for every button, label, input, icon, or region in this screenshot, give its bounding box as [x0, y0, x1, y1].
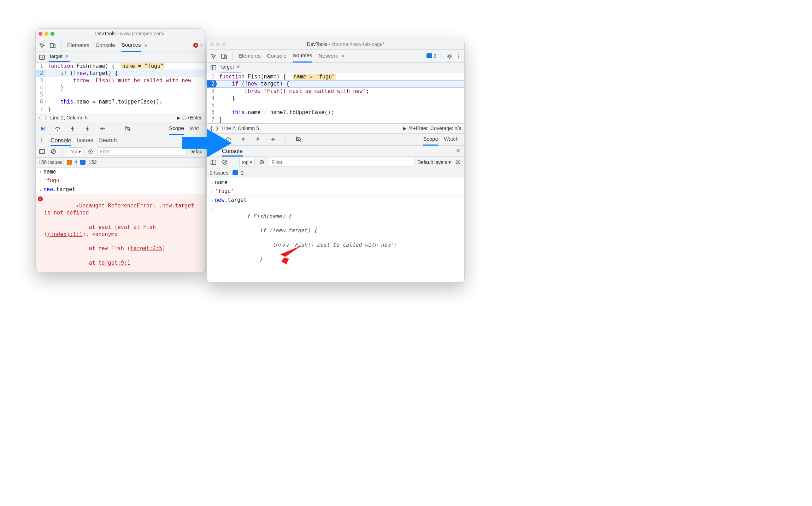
minimize-window-icon[interactable]: [216, 42, 220, 46]
tab-sources[interactable]: Sources: [293, 50, 312, 63]
svg-point-4: [57, 130, 58, 131]
svg-point-7: [104, 128, 105, 129]
more-tabs-icon[interactable]: »: [340, 51, 346, 61]
pane-tab-watch[interactable]: Watch: [444, 133, 459, 146]
navigator-toggle-icon[interactable]: [209, 64, 218, 72]
tab-elements[interactable]: Elements: [67, 39, 89, 52]
close-tab-icon[interactable]: ✕: [236, 64, 240, 70]
main-toolbar: Elements Console Sources Network » 2 ⋮: [207, 50, 464, 63]
messages-badge[interactable]: 2: [426, 53, 436, 59]
live-expression-icon[interactable]: [258, 158, 266, 166]
window-title: DevTools - chrome://new-tab-page/: [229, 41, 461, 48]
step-out-icon[interactable]: [254, 135, 262, 143]
error-badge[interactable]: ✕1: [193, 42, 202, 49]
svg-point-14: [448, 55, 451, 57]
close-tab-icon[interactable]: ✕: [65, 53, 69, 60]
tab-network[interactable]: Network: [319, 50, 338, 63]
tab-console[interactable]: Console: [96, 39, 115, 52]
file-tab-target[interactable]: target ✕: [49, 52, 70, 62]
svg-rect-3: [45, 126, 45, 131]
error-icon: ✕: [38, 196, 43, 201]
svg-rect-12: [222, 54, 225, 58]
inspect-element-icon[interactable]: [38, 41, 46, 50]
context-selector[interactable]: top ▾: [68, 147, 83, 156]
editor-footer: { } Line 2, Column 5 ▶ ⌘+Enter Coverage:…: [207, 123, 464, 133]
clear-console-icon[interactable]: [220, 158, 229, 166]
titlebar: DevTools - chrome://new-tab-page/: [207, 39, 464, 50]
pane-tab-scope[interactable]: Scope: [423, 133, 439, 146]
console-result[interactable]: ‹· ƒ Fish(name) { if (!new.target) { thr…: [207, 205, 464, 283]
console-sidebar-icon[interactable]: [209, 158, 218, 166]
deactivate-breakpoints-icon[interactable]: [294, 135, 303, 143]
close-window-icon[interactable]: [210, 42, 214, 46]
editor-footer: { } Line 2, Column 5 ▶ ⌘+Enter: [36, 113, 205, 123]
svg-point-18: [258, 137, 259, 138]
debugger-toolbar: Scope Watch: [207, 134, 464, 146]
resume-icon[interactable]: [39, 124, 47, 133]
titlebar: DevTools - www.photopea.com/: [36, 29, 205, 39]
step-into-icon[interactable]: [68, 124, 77, 133]
console-settings-icon[interactable]: [454, 158, 462, 166]
close-drawer-icon[interactable]: ✕: [454, 147, 461, 154]
step-into-icon[interactable]: [239, 135, 247, 143]
svg-rect-8: [40, 149, 45, 154]
live-expression-icon[interactable]: [86, 147, 95, 156]
maximize-window-icon[interactable]: [222, 42, 226, 46]
svg-point-23: [261, 161, 263, 163]
device-toolbar-icon[interactable]: [48, 41, 57, 50]
step-icon[interactable]: [269, 135, 277, 143]
context-selector[interactable]: top ▾: [239, 158, 255, 167]
console-output: ›name ‹·'fugu' ›new.target ✕ ▸Uncaught R…: [36, 167, 205, 272]
cursor-position: Line 2, Column 5: [50, 114, 88, 121]
drawer-tabs: ⋮ Console Issues Search: [36, 135, 205, 146]
device-toolbar-icon[interactable]: [220, 52, 228, 60]
drawer-tab-search[interactable]: Search: [99, 134, 117, 146]
tab-elements[interactable]: Elements: [239, 50, 261, 63]
maximize-window-icon[interactable]: [51, 32, 54, 36]
console-output: ›name ‹·'fugu' ›new.target ‹· ƒ Fish(nam…: [207, 178, 464, 283]
drawer-tab-issues[interactable]: Issues: [77, 134, 93, 146]
clear-console-icon[interactable]: [49, 147, 58, 156]
minimize-window-icon[interactable]: [45, 32, 48, 36]
console-sidebar-icon[interactable]: [38, 147, 46, 156]
file-tabbar: target ✕: [207, 63, 464, 73]
drawer-tab-console[interactable]: Console: [51, 135, 71, 146]
deactivate-breakpoints-icon[interactable]: [124, 124, 132, 133]
input-marker-icon: ›: [209, 196, 215, 203]
file-tab-target[interactable]: target ✕: [220, 63, 241, 72]
code-editor[interactable]: 1function Fish(name) { name = "fugu" 2 i…: [36, 63, 205, 113]
output-marker-icon: ‹·: [38, 177, 43, 184]
step-icon[interactable]: [98, 124, 106, 133]
issues-bar[interactable]: 156 Issues: !4 152: [36, 158, 205, 167]
settings-gear-icon[interactable]: [445, 52, 454, 60]
svg-point-19: [275, 139, 276, 140]
svg-rect-1: [54, 45, 55, 48]
svg-point-11: [90, 151, 91, 152]
main-toolbar: Elements Console Sources » ✕1: [36, 39, 205, 52]
console-filter-bar: top ▾ Default levels ▾: [207, 157, 464, 168]
drawer-menu-icon[interactable]: ⋮: [39, 136, 45, 144]
devtools-window-left: DevTools - www.photopea.com/ Elements Co…: [35, 28, 205, 272]
filter-input[interactable]: [269, 158, 414, 166]
step-over-icon[interactable]: [53, 124, 62, 133]
svg-point-6: [87, 126, 88, 128]
console-error[interactable]: ✕ ▸Uncaught ReferenceError: .new.target …: [36, 194, 205, 272]
issues-bar[interactable]: 2 Issues: 2: [207, 168, 464, 178]
input-marker-icon: ›: [38, 186, 43, 193]
log-levels[interactable]: Default levels ▾: [417, 159, 451, 166]
more-menu-icon[interactable]: ⋮: [456, 52, 462, 60]
debugger-toolbar: Scope Wat: [36, 123, 205, 135]
inspect-element-icon[interactable]: [209, 52, 218, 60]
svg-rect-20: [211, 160, 216, 164]
close-window-icon[interactable]: [39, 32, 42, 36]
pane-tab-scope[interactable]: Scope: [169, 123, 184, 135]
annotation-blue-arrow-icon: [182, 127, 232, 159]
more-tabs-icon[interactable]: »: [143, 41, 149, 50]
tab-sources[interactable]: Sources: [122, 39, 141, 52]
navigator-toggle-icon[interactable]: [38, 53, 46, 61]
step-out-icon[interactable]: [83, 124, 92, 133]
filter-input[interactable]: [98, 147, 186, 156]
code-editor[interactable]: 1function Fish(name) { name = "fugu" 2 i…: [207, 73, 464, 123]
output-marker-icon: ‹·: [209, 206, 215, 212]
tab-console[interactable]: Console: [267, 50, 287, 63]
